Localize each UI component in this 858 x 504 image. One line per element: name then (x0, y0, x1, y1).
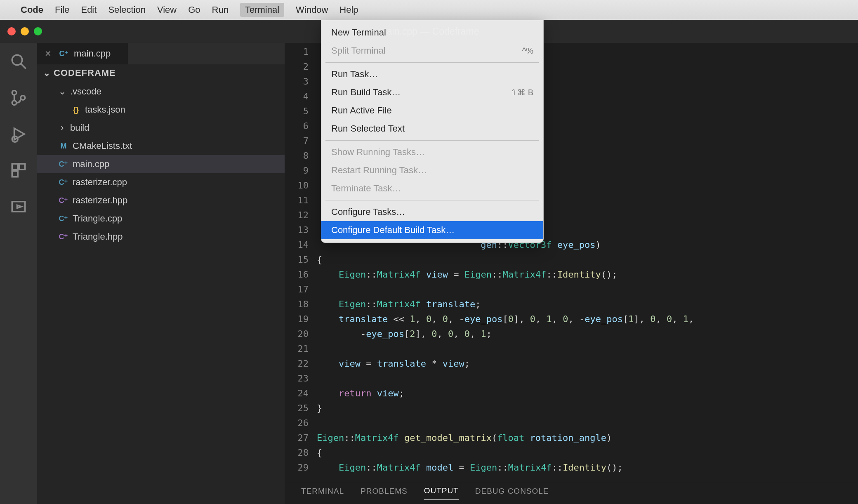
svg-point-0 (12, 55, 22, 65)
file-row[interactable]: C⁺rasterizer.cpp (37, 173, 285, 191)
file-row[interactable]: C⁺main.cpp (37, 155, 285, 173)
file-row[interactable]: C⁺rasterizer.hpp (37, 191, 285, 210)
close-tab-icon[interactable]: ✕ (45, 49, 52, 59)
chevron-down-icon: ⌄ (59, 86, 66, 97)
menu-item: Show Running Tasks… (321, 143, 543, 161)
tree-item-label: rasterizer.hpp (73, 195, 127, 206)
run-debug-icon[interactable] (10, 125, 27, 144)
menu-separator (325, 140, 539, 141)
tree-item-label: Triangle.cpp (73, 213, 122, 224)
svg-line-1 (21, 64, 26, 68)
menubar-item-file[interactable]: File (55, 5, 69, 15)
menubar-item-terminal[interactable]: Terminal (240, 3, 284, 17)
menubar-item-window[interactable]: Window (296, 5, 328, 15)
chevron-down-icon: ⌄ (43, 68, 50, 78)
json-file-icon: {} (71, 106, 81, 114)
tree-item-label: build (70, 122, 89, 133)
output-panel-icon[interactable] (10, 198, 27, 217)
menu-separator (325, 62, 539, 63)
menu-item[interactable]: Configure Tasks… (321, 203, 543, 221)
source-control-icon[interactable] (10, 89, 27, 108)
menu-item[interactable]: Run Active File (321, 101, 543, 120)
menubar-item-selection[interactable]: Selection (108, 5, 146, 15)
chevron-right-icon: › (59, 122, 66, 133)
close-window-icon[interactable] (7, 27, 16, 35)
extensions-icon[interactable] (10, 162, 27, 181)
menu-item-label: Configure Tasks… (331, 207, 405, 217)
menu-item: Terminate Task… (321, 179, 543, 198)
menu-item[interactable]: Configure Default Build Task… (321, 221, 543, 239)
menubar-item-help[interactable]: Help (339, 5, 358, 15)
svg-rect-8 (19, 164, 25, 170)
svg-point-2 (12, 91, 16, 95)
menu-item-label: New Terminal (331, 27, 386, 38)
tree-item-label: .vscode (70, 86, 101, 97)
panel-tab-terminal[interactable]: TERMINAL (301, 487, 344, 500)
file-row[interactable]: {}tasks.json (37, 101, 285, 119)
editor-tab-label: main.cpp (74, 48, 111, 59)
menu-item-label: Terminate Task… (331, 183, 401, 194)
hpp-file-icon: C⁺ (59, 196, 68, 205)
menu-item-shortcut: ^% (522, 46, 533, 56)
terminal-menu-dropdown: New TerminalSplit Terminal^%Run Task…Run… (321, 20, 544, 243)
menu-item-label: Configure Default Build Task… (331, 225, 455, 236)
tree-item-label: CMakeLists.txt (73, 141, 132, 151)
tree-item-label: rasterizer.cpp (73, 177, 127, 188)
explorer-root[interactable]: ⌄ CODEFRAME (37, 64, 285, 82)
explorer-sidebar: ✕ C⁺ main.cpp ⌄ CODEFRAME ⌄.vscode{}task… (37, 43, 285, 504)
activity-bar (0, 43, 37, 504)
panel-tab-problems[interactable]: PROBLEMS (361, 487, 408, 500)
menu-item-label: Show Running Tasks… (331, 147, 425, 158)
explorer-root-label: CODEFRAME (54, 68, 116, 78)
menu-item-shortcut: ⇧⌘ B (510, 87, 533, 97)
tree-item-label: main.cpp (73, 159, 109, 170)
minimize-window-icon[interactable] (21, 27, 29, 35)
menu-item-label: Run Active File (331, 105, 392, 116)
file-row[interactable]: C⁺Triangle.hpp (37, 228, 285, 246)
editor-tab-main-cpp[interactable]: ✕ C⁺ main.cpp (37, 43, 128, 64)
menu-item[interactable]: Run Task… (321, 65, 543, 83)
menu-item: Restart Running Task… (321, 161, 543, 179)
cpp-file-icon: C⁺ (59, 214, 68, 223)
menu-item-label: Run Task… (331, 69, 378, 80)
file-row[interactable]: C⁺Triangle.cpp (37, 210, 285, 228)
tree-item-label: Triangle.hpp (73, 231, 123, 242)
menu-item-label: Run Build Task… (331, 87, 401, 98)
cpp-file-icon: C⁺ (59, 160, 68, 169)
menubar-app[interactable]: Code (21, 5, 43, 15)
folder-row[interactable]: ⌄.vscode (37, 82, 285, 101)
folder-row[interactable]: ›build (37, 119, 285, 137)
menu-item[interactable]: Run Build Task…⇧⌘ B (321, 83, 543, 101)
cpp-file-icon: C⁺ (59, 49, 69, 58)
menubar-item-run[interactable]: Run (212, 5, 229, 15)
panel-tab-debug-console[interactable]: DEBUG CONSOLE (475, 487, 549, 500)
menu-item: Split Terminal^% (321, 42, 543, 60)
line-gutter: 1234567891011121314151617181920212223242… (285, 43, 315, 482)
m-file-icon: M (59, 142, 68, 151)
panel-tab-output[interactable]: OUTPUT (424, 486, 459, 500)
menu-separator (325, 200, 539, 200)
menu-item-label: Restart Running Task… (331, 165, 427, 176)
svg-rect-7 (12, 164, 18, 170)
svg-marker-11 (17, 205, 22, 208)
file-row[interactable]: MCMakeLists.txt (37, 137, 285, 155)
macos-menubar: Code File Edit Selection View Go Run Ter… (0, 0, 858, 20)
menu-item[interactable]: Run Selected Text (321, 120, 543, 138)
tree-item-label: tasks.json (85, 104, 125, 115)
menubar-item-go[interactable]: Go (188, 5, 200, 15)
file-tree: ⌄.vscode{}tasks.json›buildMCMakeLists.tx… (37, 82, 285, 247)
svg-point-3 (12, 101, 16, 105)
cpp-file-icon: C⁺ (59, 178, 68, 187)
search-icon[interactable] (10, 53, 27, 72)
menubar-item-edit[interactable]: Edit (81, 5, 97, 15)
hpp-file-icon: C⁺ (59, 232, 68, 241)
menubar-item-view[interactable]: View (157, 5, 177, 15)
editor-tabs: ✕ C⁺ main.cpp (37, 43, 285, 64)
menu-item-label: Split Terminal (331, 45, 386, 56)
menu-item-label: Run Selected Text (331, 123, 405, 134)
menu-item[interactable]: New Terminal (321, 24, 543, 42)
svg-rect-9 (12, 171, 18, 177)
panel-tabs: TERMINAL PROBLEMS OUTPUT DEBUG CONSOLE (285, 482, 858, 504)
fullscreen-window-icon[interactable] (34, 27, 42, 35)
traffic-lights (0, 27, 42, 35)
